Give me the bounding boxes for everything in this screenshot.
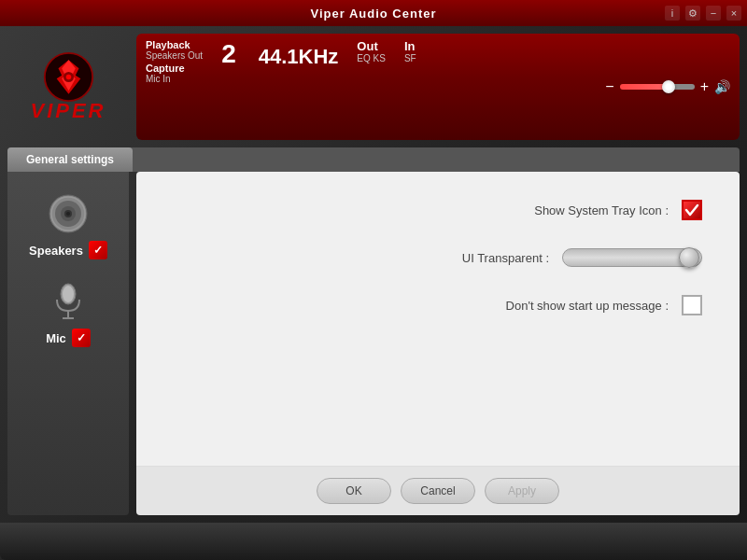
app-title: Viper Audio Center [310,7,436,21]
tab-area: General settings [0,147,747,172]
tray-icon-label: Show System Tray Icon : [534,203,669,217]
sidebar-item-mic[interactable]: Mic ✓ [45,278,92,347]
out-section: Out EQ KS [357,39,386,63]
viper-emblem-icon [43,51,94,103]
startup-msg-label: Don't show start up message : [506,299,669,313]
ui-transparent-thumb [679,247,699,268]
mic-check[interactable]: ✓ [72,329,91,347]
settings-button[interactable]: ⚙ [685,6,700,21]
ui-transparent-label: UI Transparent : [462,251,549,265]
mic-in-label: Mic In [146,74,203,84]
svg-point-10 [63,286,74,302]
volume-minus-button[interactable]: − [605,78,613,95]
volume-slider[interactable] [620,84,695,90]
ui-transparent-slider-container [562,248,702,267]
volume-speaker-icon: 🔊 [714,79,730,94]
viper-logo: VIPER [30,51,106,123]
in-label: In [404,39,416,53]
info-button[interactable]: i [665,6,680,21]
svg-point-7 [66,212,70,216]
settings-panel: Show System Tray Icon : UI Transparent : [136,172,740,515]
title-bar: Viper Audio Center i ⚙ − × [0,0,747,26]
frequency-display: 44.1KHz [259,45,339,69]
tray-icon-checkbox[interactable] [682,200,702,220]
speakers-label: Speakers [29,244,83,258]
ui-transparent-setting-row: UI Transparent : [174,248,702,267]
out-tags: EQ KS [357,53,386,63]
minimize-button[interactable]: − [706,6,721,21]
channel-number: 2 [221,39,236,67]
playback-section: Playback Speakers Out Capture Mic In [146,39,203,84]
svg-point-2 [65,74,71,79]
in-tags: SF [404,53,416,63]
close-button[interactable]: × [726,6,741,21]
tray-icon-setting-row: Show System Tray Icon : [174,200,702,220]
app-body: VIPER Playback Speakers Out Capture Mic … [0,26,747,560]
top-section: VIPER Playback Speakers Out Capture Mic … [0,26,747,147]
capture-label: Capture [146,63,203,74]
startup-msg-setting-row: Don't show start up message : [174,295,702,315]
mic-label: Mic [46,331,66,345]
speakers-check[interactable]: ✓ [89,241,107,259]
speaker-svg-icon [48,193,89,234]
ui-transparent-slider[interactable] [562,248,702,267]
startup-msg-checkbox[interactable] [682,295,702,315]
transport-info-row: Playback Speakers Out Capture Mic In 2 4… [146,39,730,84]
apply-button[interactable]: Apply [485,478,559,504]
playback-label: Playback [146,39,203,50]
window-controls: i ⚙ − × [665,6,741,21]
outer-bottom [0,523,747,560]
tray-icon-checkmark-icon [684,203,699,217]
cancel-button[interactable]: Cancel [401,478,475,504]
tab-bar: General settings [7,147,740,172]
settings-footer: OK Cancel Apply [136,466,740,515]
speakers-icon [45,190,92,237]
ok-button[interactable]: OK [317,478,391,504]
in-section: In SF [404,39,416,63]
volume-plus-button[interactable]: + [700,78,709,95]
viper-brand-text: VIPER [30,99,106,123]
mic-icon [45,278,92,325]
settings-content: Show System Tray Icon : UI Transparent : [136,172,740,466]
sidebar-item-speakers[interactable]: Speakers ✓ [29,190,107,259]
speakers-out-label: Speakers Out [146,50,203,61]
volume-thumb [662,80,675,93]
tab-general-settings[interactable]: General settings [7,147,133,172]
transport-bar: Playback Speakers Out Capture Mic In 2 4… [136,34,740,140]
mic-svg-icon [48,281,89,322]
volume-control: − + 🔊 [605,78,730,95]
main-content: Speakers ✓ Mic ✓ [0,172,747,523]
logo-area: VIPER [7,34,129,140]
out-label: Out [357,39,386,53]
sidebar: Speakers ✓ Mic ✓ [7,172,129,515]
